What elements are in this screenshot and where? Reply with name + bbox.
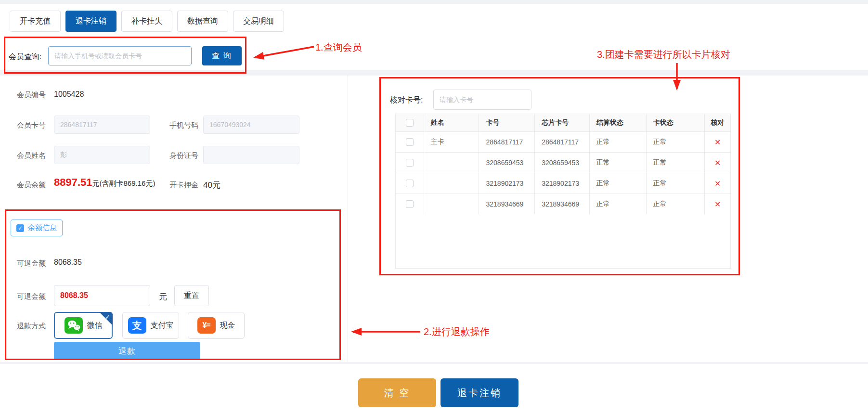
select-all-checkbox[interactable] — [406, 119, 414, 127]
arrow-step1 — [255, 47, 314, 57]
row-select-cell — [396, 132, 424, 152]
balance-info-checkbox[interactable]: ✓ 余额信息 — [11, 220, 63, 236]
clear-button[interactable]: 清 空 — [358, 378, 436, 407]
wechat-icon — [65, 317, 83, 334]
refund-cancel-submit-button[interactable]: 退卡注销 — [440, 378, 518, 407]
refund-amount-input[interactable] — [54, 285, 150, 306]
phone-label: 手机号码 — [169, 121, 198, 130]
table-row: 3208659453 3208659453 正常 正常 ✕ — [396, 152, 730, 173]
vertical-divider — [348, 76, 348, 362]
cell-card-status: 正常 — [647, 132, 705, 152]
refund-button[interactable]: 退款 — [54, 342, 200, 360]
refundable-value: 8068.35 — [54, 258, 82, 267]
unit-label: 元 — [159, 291, 167, 302]
row-checkbox[interactable] — [406, 200, 414, 208]
cell-settle-status: 正常 — [590, 173, 647, 194]
balance-info-label: 余额信息 — [28, 223, 57, 233]
cell-card-status: 正常 — [647, 153, 705, 173]
cell-verify: ✕ — [705, 194, 730, 214]
refund-amount-label: 可退金额 — [17, 292, 46, 301]
table-row: 3218934669 3218934669 正常 正常 ✕ — [396, 194, 730, 214]
cell-verify: ✕ — [705, 173, 730, 194]
tab-replace-card-loss[interactable]: 补卡挂失 — [121, 11, 172, 32]
cross-icon: ✕ — [714, 138, 721, 147]
cell-card: 3218902173 — [479, 173, 535, 194]
cell-chip: 3218934669 — [535, 194, 590, 214]
header-name: 姓名 — [424, 114, 479, 131]
tab-bar: 开卡充值 退卡注销 补卡挂失 数据查询 交易明细 — [10, 11, 284, 32]
id-card-label: 身份证号 — [169, 151, 198, 160]
alipay-icon: 支 — [128, 317, 146, 334]
cell-chip: 2864817117 — [535, 132, 590, 152]
cell-name — [424, 194, 479, 214]
tab-open-card-recharge[interactable]: 开卡充值 — [10, 11, 61, 32]
cash-icon: ¥= — [197, 317, 216, 334]
annotation-step3: 3.团建卡需要进行所以卡片核对 — [597, 48, 730, 61]
refundable-label: 可退金额 — [17, 259, 46, 268]
footer-divider — [0, 362, 868, 364]
select-all-cell — [396, 114, 424, 131]
member-card-label: 会员卡号 — [17, 121, 46, 130]
query-button[interactable]: 查 询 — [202, 46, 242, 65]
deposit-value: 40元 — [203, 180, 220, 191]
section-divider — [0, 70, 868, 76]
member-no-value: 1005428 — [54, 90, 84, 99]
top-strip — [0, 0, 868, 4]
card-verify-table: 姓名 卡号 芯片卡号 结算状态 卡状态 核对 主卡 2864817117 286… — [395, 114, 731, 269]
tab-data-query[interactable]: 数据查询 — [177, 11, 228, 32]
table-header-row: 姓名 卡号 芯片卡号 结算状态 卡状态 核对 — [396, 114, 730, 131]
member-name-input — [54, 146, 150, 164]
cell-card-status: 正常 — [647, 173, 705, 194]
cross-icon: ✕ — [714, 200, 721, 209]
pay-method-alipay[interactable]: 支 支付宝 — [122, 312, 179, 339]
balance-value: 8897.51 — [54, 176, 92, 188]
verify-card-input[interactable] — [433, 90, 531, 110]
cell-settle-status: 正常 — [590, 194, 647, 214]
member-query-label: 会员查询: — [9, 52, 41, 62]
id-card-input — [203, 146, 299, 164]
refund-cancel-page: 开卡充值 退卡注销 补卡挂失 数据查询 交易明细 会员查询: 查 询 会员编号 … — [0, 0, 868, 414]
header-verify: 核对 — [705, 114, 730, 131]
annotation-step1: 1.查询会员 — [315, 41, 362, 54]
cell-verify: ✕ — [705, 132, 730, 152]
header-card: 卡号 — [479, 114, 535, 131]
cell-name — [424, 173, 479, 194]
tab-transaction-detail[interactable]: 交易明细 — [233, 11, 284, 32]
header-settle-status: 结算状态 — [590, 114, 647, 131]
tab-refund-cancel[interactable]: 退卡注销 — [65, 11, 117, 32]
cross-icon: ✕ — [714, 158, 721, 168]
header-card-status: 卡状态 — [647, 114, 705, 131]
selected-check-icon: ✓ — [105, 313, 110, 321]
balance-label: 会员余额 — [17, 181, 46, 190]
member-card-input — [54, 116, 150, 134]
cell-name: 主卡 — [424, 132, 479, 152]
row-checkbox[interactable] — [406, 159, 414, 167]
member-query-input[interactable] — [48, 46, 192, 65]
pay-method-wechat[interactable]: 微信 ✓ — [54, 312, 113, 339]
row-select-cell — [396, 173, 424, 194]
cell-chip: 3208659453 — [535, 153, 590, 173]
reset-button[interactable]: 重置 — [174, 285, 209, 306]
refund-method-label: 退款方式 — [17, 322, 46, 331]
annotation-step2: 2.进行退款操作 — [424, 325, 490, 338]
balance-suffix: 元(含副卡869.16元) — [92, 179, 155, 187]
header-chip: 芯片卡号 — [535, 114, 590, 131]
cell-card: 3218934669 — [479, 194, 535, 214]
member-no-label: 会员编号 — [17, 91, 46, 100]
checkbox-checked-icon: ✓ — [16, 224, 24, 232]
verify-card-label: 核对卡号: — [390, 95, 423, 105]
row-checkbox[interactable] — [406, 180, 414, 187]
cross-icon: ✕ — [714, 179, 721, 188]
pay-method-cash[interactable]: ¥= 现金 — [188, 312, 245, 339]
cell-chip: 3218902173 — [535, 173, 590, 194]
cell-settle-status: 正常 — [590, 132, 647, 152]
table-row: 3218902173 3218902173 正常 正常 ✕ — [396, 173, 730, 194]
cell-card: 3208659453 — [479, 153, 535, 173]
pay-method-alipay-label: 支付宝 — [151, 321, 174, 331]
cell-card: 2864817117 — [479, 132, 535, 152]
row-checkbox[interactable] — [406, 138, 414, 146]
balance-value-group: 8897.51元(含副卡869.16元) — [54, 176, 155, 189]
row-select-cell — [396, 194, 424, 214]
table-row: 主卡 2864817117 2864817117 正常 正常 ✕ — [396, 131, 730, 152]
deposit-label: 开卡押金 — [169, 181, 198, 190]
